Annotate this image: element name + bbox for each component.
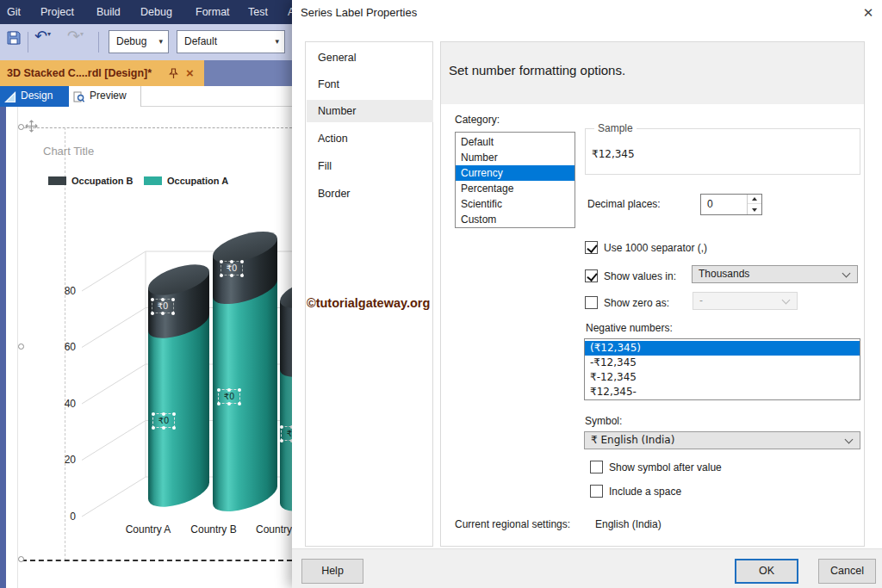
- number-format-panel: Set number formatting options. Category:…: [440, 41, 865, 547]
- category-option-percentage[interactable]: Percentage: [456, 181, 575, 196]
- chevron-down-icon: [782, 296, 791, 305]
- category-option-number[interactable]: Number: [456, 150, 575, 165]
- nav-item-number[interactable]: Number: [307, 100, 433, 122]
- undo-caret-icon[interactable]: ▾: [47, 30, 51, 38]
- chevron-down-icon: ▾: [158, 31, 163, 53]
- negative-numbers-listbox[interactable]: (₹12,345) -₹12,345 ₹-12,345 ₹12,345-: [584, 338, 860, 400]
- negative-option-symbol-minus[interactable]: ₹-12,345: [585, 370, 860, 385]
- solution-configuration-select[interactable]: Debug ▾: [109, 30, 169, 53]
- show-zero-as-label: Show zero as:: [604, 297, 669, 309]
- spin-down-icon[interactable]: [748, 205, 761, 214]
- chevron-down-icon: ▾: [275, 31, 279, 53]
- redo-icon: ↷: [67, 27, 80, 45]
- nav-item-action[interactable]: Action: [307, 127, 433, 150]
- tab-design[interactable]: Design: [0, 86, 69, 107]
- panel-header: Set number formatting options.: [441, 42, 864, 104]
- close-icon[interactable]: ✕: [858, 3, 879, 23]
- nav-item-fill[interactable]: Fill: [307, 155, 433, 177]
- save-button[interactable]: [5, 29, 22, 50]
- show-zero-as-checkbox[interactable]: [585, 296, 598, 309]
- chevron-down-icon: [845, 436, 854, 444]
- legend-swatch-occupation-b: [48, 176, 66, 185]
- spin-up-icon[interactable]: [748, 195, 761, 204]
- document-tab[interactable]: 3D Stacked C....rdl [Design]* ×: [0, 60, 204, 86]
- negative-option-leading-minus[interactable]: -₹12,345: [585, 356, 860, 370]
- show-zero-as-value: -: [699, 294, 703, 306]
- chevron-down-icon: [842, 269, 851, 278]
- include-a-space-checkbox[interactable]: [590, 485, 603, 498]
- y-axis-tick-20: 20: [52, 454, 76, 466]
- cylinder-country-c[interactable]: [280, 272, 292, 517]
- tab-preview[interactable]: Preview: [69, 86, 141, 107]
- save-icon: [5, 29, 22, 46]
- series-value-label[interactable]: ₹0: [218, 389, 240, 404]
- show-values-in-checkbox[interactable]: [585, 269, 598, 282]
- toolbar-separator: [28, 32, 28, 53]
- close-tab-icon[interactable]: ×: [186, 60, 194, 85]
- nav-item-general[interactable]: General: [307, 46, 433, 69]
- menu-item-build[interactable]: Build: [96, 0, 121, 24]
- symbol-label: Symbol:: [585, 415, 622, 427]
- redo-caret-icon[interactable]: ▾: [80, 30, 84, 38]
- category-option-currency[interactable]: Currency: [456, 165, 575, 181]
- y-axis-tick-80: 80: [52, 285, 76, 297]
- category-option-scientific[interactable]: Scientific: [456, 196, 575, 212]
- show-symbol-after-value-checkbox[interactable]: [590, 461, 603, 473]
- cancel-button[interactable]: Cancel: [818, 559, 876, 584]
- solution-configuration-value: Debug: [116, 35, 146, 47]
- dialog-nav: General Font Number Action Fill Border: [305, 41, 433, 547]
- legend-label-occupation-a: Occupation A: [167, 176, 228, 186]
- selection-handle[interactable]: [18, 556, 24, 562]
- regional-settings-label: Current regional settings:: [455, 518, 570, 530]
- series-value-label[interactable]: ₹0: [152, 299, 174, 313]
- menu-item-project[interactable]: Project: [40, 0, 74, 24]
- menu-item-format[interactable]: Format: [196, 0, 230, 24]
- sample-label: Sample: [594, 122, 637, 134]
- sample-value: ₹12,345: [592, 148, 635, 160]
- redo-button[interactable]: ↷▾: [67, 27, 84, 45]
- pin-icon[interactable]: [169, 67, 178, 83]
- regional-settings-value: English (India): [595, 518, 662, 530]
- negative-option-parens[interactable]: (₹12,345): [585, 341, 860, 356]
- undo-button[interactable]: ↶▾: [34, 27, 51, 45]
- dialog-title: Series Label Properties: [301, 6, 417, 19]
- use-1000-separator-checkbox[interactable]: [585, 241, 598, 254]
- category-listbox[interactable]: Default Number Currency Percentage Scien…: [455, 132, 575, 228]
- category-option-custom[interactable]: Custom: [456, 212, 575, 227]
- category-option-default[interactable]: Default: [456, 134, 575, 150]
- series-value-label[interactable]: ₹0: [281, 426, 292, 441]
- cylinder-country-a[interactable]: [148, 258, 209, 512]
- body-selection-border-bottom: [22, 560, 292, 561]
- decimal-places-stepper[interactable]: 0: [700, 194, 762, 215]
- selection-handle[interactable]: [18, 124, 24, 130]
- help-button[interactable]: Help: [301, 559, 363, 584]
- negative-option-trailing-minus[interactable]: ₹12,345-: [585, 385, 860, 399]
- watermark: ©tutorialgateway.org: [307, 296, 430, 310]
- solution-platform-select[interactable]: Default ▾: [177, 30, 285, 53]
- series-value-label[interactable]: ₹0: [152, 413, 175, 428]
- menu-item-test[interactable]: Test: [248, 0, 268, 24]
- show-values-in-select[interactable]: Thousands: [692, 265, 858, 283]
- move-anchor-icon[interactable]: [25, 120, 38, 136]
- series-value-label[interactable]: ₹0: [220, 261, 243, 275]
- chart-title[interactable]: Chart Title: [43, 145, 94, 158]
- selection-handle[interactable]: [18, 344, 24, 350]
- category-label: Category:: [455, 114, 500, 126]
- dialog-footer: Help OK Cancel: [292, 548, 882, 588]
- nav-item-border[interactable]: Border: [307, 183, 433, 205]
- show-values-in-label: Show values in:: [604, 270, 676, 282]
- tab-preview-label: Preview: [90, 86, 127, 106]
- report-design-surface[interactable]: Chart Title Occupation B Occupation A 80…: [0, 107, 292, 588]
- negative-numbers-label: Negative numbers:: [586, 322, 673, 334]
- screen: Git Project Build Debug Format Test A ↶▾…: [0, 0, 882, 588]
- menu-item-debug[interactable]: Debug: [140, 0, 172, 24]
- menu-item-git[interactable]: Git: [7, 0, 21, 24]
- document-tab-title: 3D Stacked C....rdl [Design]*: [7, 60, 152, 86]
- sample-groupbox: Sample ₹12,345: [585, 128, 860, 175]
- tab-design-label: Design: [21, 86, 53, 106]
- symbol-select[interactable]: ₹ English (India): [584, 431, 860, 449]
- toolbar-separator: [98, 32, 99, 53]
- undo-icon: ↶: [34, 27, 47, 45]
- nav-item-font[interactable]: Font: [307, 73, 433, 96]
- ok-button[interactable]: OK: [735, 559, 798, 584]
